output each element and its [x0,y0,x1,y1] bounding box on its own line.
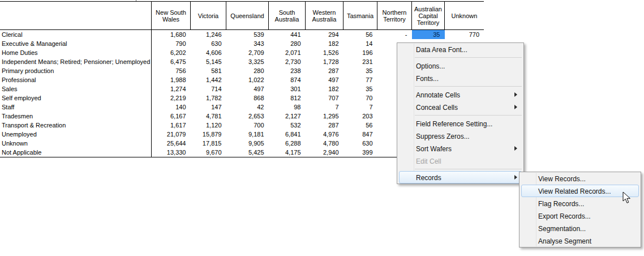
table-cell[interactable]: 5,425 [226,148,269,157]
table-cell[interactable]: 25,644 [152,139,191,148]
table-cell[interactable]: 7 [344,103,377,112]
table-cell[interactable]: 2,127 [269,112,306,121]
table-cell[interactable]: 1,526 [306,48,344,57]
table-cell[interactable]: 147 [191,103,226,112]
menu-item-suppress-zeros[interactable]: Suppress Zeros... [399,130,522,142]
table-cell[interactable]: 140 [152,103,191,112]
menu-item-segmentation[interactable]: Segmentation... [521,222,639,234]
row-label[interactable]: Unknown [0,139,152,148]
column-header-western-australia[interactable]: Western Australia [306,2,344,30]
table-cell[interactable]: 56 [344,121,377,130]
column-header-northern-territory[interactable]: Northern Territory [377,2,412,30]
menu-item-conceal-cells[interactable]: Conceal Cells [399,101,522,113]
table-cell[interactable]: 42 [226,103,269,112]
table-cell[interactable]: 2,219 [152,93,191,103]
table-cell[interactable]: 874 [269,75,306,84]
table-cell[interactable]: 630 [344,139,377,148]
table-cell[interactable]: 2,071 [269,48,306,57]
row-label[interactable]: Independent Means; Retired; Pensioner; U… [0,57,152,66]
table-cell[interactable]: 6,475 [152,57,191,66]
table-cell[interactable]: 4,780 [306,139,344,148]
menu-item-view-records[interactable]: View Records... [521,172,639,185]
table-cell[interactable]: 35 [344,66,377,75]
table-cell[interactable]: 7 [306,103,344,112]
table-cell[interactable]: 756 [152,66,191,75]
table-cell[interactable]: 280 [269,39,306,48]
row-label[interactable]: Staff [0,103,152,112]
table-cell[interactable]: 56 [344,30,377,40]
table-cell[interactable]: 497 [306,75,344,84]
row-label[interactable]: Transport & Recreation [0,121,152,130]
row-label[interactable]: Primary production [0,66,152,75]
column-header-victoria[interactable]: Victoria [191,2,226,30]
table-cell[interactable]: - [377,30,412,40]
table-cell[interactable]: 343 [226,39,269,48]
row-label[interactable]: Not Applicable [0,148,152,157]
row-label[interactable]: Sales [0,84,152,93]
table-cell[interactable]: 9,181 [226,130,269,139]
menu-item-sort-wafers[interactable]: Sort Wafers [399,142,522,155]
table-cell[interactable]: 1,782 [191,93,226,103]
column-header-unknown[interactable]: Unknown [445,2,484,30]
table-cell[interactable]: 3,325 [226,57,269,66]
table-cell[interactable]: 1,617 [152,121,191,130]
menu-item-analyse-segment[interactable]: Analyse Segment [521,234,639,247]
table-cell[interactable]: 630 [191,39,226,48]
table-cell[interactable]: 6,841 [269,130,306,139]
table-cell[interactable]: 2,653 [226,112,269,121]
row-label[interactable]: Self employed [0,93,152,103]
table-cell[interactable]: 497 [226,84,269,93]
table-cell[interactable]: 6,202 [152,48,191,57]
table-cell[interactable]: 15,879 [191,130,226,139]
table-cell[interactable]: 2,940 [306,148,344,157]
row-label[interactable]: Executive & Managerial [0,39,152,48]
table-cell[interactable]: 231 [344,57,377,66]
table-cell[interactable]: 868 [226,93,269,103]
table-cell[interactable]: 287 [306,121,344,130]
table-cell[interactable]: 1,120 [191,121,226,130]
table-cell[interactable]: 182 [306,84,344,93]
table-cell[interactable]: 1,680 [152,30,191,40]
table-cell[interactable]: 6,288 [269,139,306,148]
table-cell[interactable]: 532 [269,121,306,130]
table-cell[interactable]: 1,988 [152,75,191,84]
row-label[interactable]: Clerical [0,30,152,40]
table-cell[interactable]: 13,330 [152,148,191,157]
table-cell[interactable]: 4,175 [269,148,306,157]
table-cell[interactable]: 4,781 [191,112,226,121]
table-cell[interactable]: 399 [344,148,377,157]
table-cell[interactable]: 1,728 [306,57,344,66]
menu-item-export-records[interactable]: Export Records... [521,210,639,222]
table-cell[interactable]: 1,295 [306,112,344,121]
table-cell[interactable]: 1,442 [191,75,226,84]
table-cell[interactable]: 4,976 [306,130,344,139]
menu-item-fonts[interactable]: Fonts... [399,72,522,84]
column-header-new-south-wales[interactable]: New South Wales [152,2,191,30]
table-cell[interactable]: 21,079 [152,130,191,139]
table-cell[interactable]: 70 [344,93,377,103]
table-cell[interactable]: 441 [269,30,306,40]
table-cell[interactable]: 1,246 [191,30,226,40]
table-cell[interactable]: 77 [344,75,377,84]
table-cell[interactable]: 847 [344,130,377,139]
menu-item-options[interactable]: Options... [399,59,522,72]
table-cell[interactable]: 17,815 [191,139,226,148]
row-label[interactable]: Unemployed [0,130,152,139]
table-cell[interactable]: 812 [269,93,306,103]
table-cell[interactable]: 1,022 [226,75,269,84]
row-label[interactable]: Home Duties [0,48,152,57]
table-cell[interactable]: 2,709 [226,48,269,57]
column-header-queensland[interactable]: Queensland [226,2,269,30]
table-cell[interactable]: 196 [344,48,377,57]
table-cell[interactable]: 280 [226,66,269,75]
menu-item-records[interactable]: Records [399,171,522,184]
table-cell[interactable]: 294 [306,30,344,40]
menu-item-field-reference-setting[interactable]: Field Reference Setting... [399,117,522,130]
column-header-south-australia[interactable]: South Australia [269,2,306,30]
menu-item-annotate-cells[interactable]: Annotate Cells [399,88,522,101]
table-cell[interactable]: 770 [445,30,484,40]
row-label[interactable]: Professional [0,75,152,84]
table-cell[interactable]: 203 [344,112,377,121]
table-cell[interactable]: 714 [191,84,226,93]
table-cell[interactable]: 700 [226,121,269,130]
